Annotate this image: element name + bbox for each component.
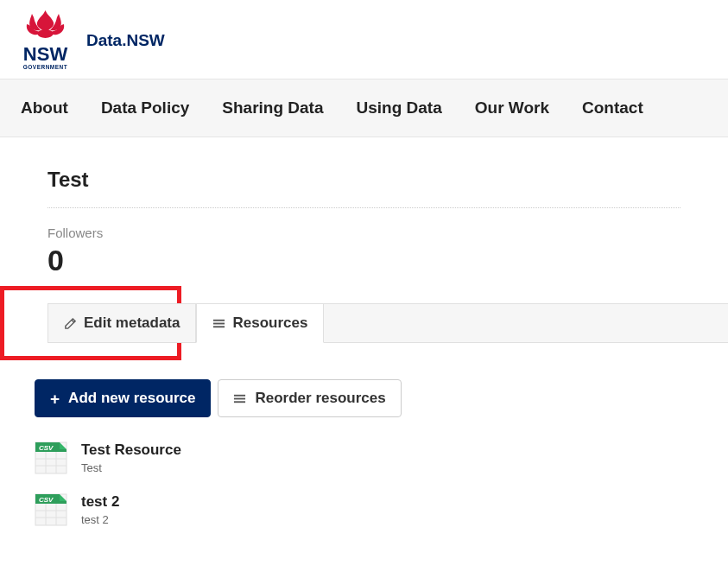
svg-rect-6 xyxy=(234,401,245,403)
resource-item[interactable]: CSV Test Resource Test xyxy=(35,441,681,474)
svg-text:CSV: CSV xyxy=(39,496,54,504)
nav-contact[interactable]: Contact xyxy=(566,79,660,137)
svg-point-0 xyxy=(38,29,54,38)
nav-using-data[interactable]: Using Data xyxy=(340,79,459,137)
csv-file-icon: CSV xyxy=(35,493,67,526)
followers-label: Followers xyxy=(47,225,681,240)
tabs-filler xyxy=(324,303,728,343)
site-header: NSW GOVERNMENT Data.NSW xyxy=(0,0,728,79)
primary-nav: About Data Policy Sharing Data Using Dat… xyxy=(0,79,728,137)
svg-rect-1 xyxy=(213,319,225,321)
tab-resources-label: Resources xyxy=(232,314,307,332)
site-title[interactable]: Data.NSW xyxy=(86,29,165,50)
tabs-container: Edit metadata Resources xyxy=(0,303,728,343)
list-icon xyxy=(212,317,225,330)
nav-about[interactable]: About xyxy=(4,79,85,137)
reorder-resources-label: Reorder resources xyxy=(255,390,385,407)
logo-government-text: GOVERNMENT xyxy=(22,64,69,70)
resource-description: test 2 xyxy=(81,513,119,526)
tab-resources[interactable]: Resources xyxy=(196,303,324,343)
nsw-gov-logo[interactable]: NSW GOVERNMENT xyxy=(22,9,69,70)
nav-our-work[interactable]: Our Work xyxy=(459,79,566,137)
reorder-icon xyxy=(233,392,246,405)
reorder-resources-button[interactable]: Reorder resources xyxy=(218,379,401,417)
edit-icon xyxy=(64,317,77,330)
resource-item[interactable]: CSV test 2 test 2 xyxy=(35,493,681,526)
add-new-resource-label: Add new resource xyxy=(68,390,195,407)
plus-icon: + xyxy=(50,391,60,407)
resource-description: Test xyxy=(81,461,181,474)
nav-sharing-data[interactable]: Sharing Data xyxy=(206,79,339,137)
tab-edit-metadata[interactable]: Edit metadata xyxy=(47,303,196,343)
svg-rect-4 xyxy=(234,394,245,396)
resource-name: Test Resource xyxy=(81,441,181,459)
svg-rect-5 xyxy=(234,397,245,399)
add-new-resource-button[interactable]: + Add new resource xyxy=(35,379,211,417)
followers-count: 0 xyxy=(47,244,681,277)
nav-data-policy[interactable]: Data Policy xyxy=(85,79,206,137)
svg-text:CSV: CSV xyxy=(39,444,54,452)
resource-list: CSV Test Resource Test CSV xyxy=(35,441,681,526)
svg-rect-3 xyxy=(213,326,225,327)
dataset-title: Test xyxy=(47,168,681,208)
svg-rect-2 xyxy=(213,322,225,324)
main-content: Test Followers 0 Edit metadata xyxy=(0,137,728,562)
logo-nsw-text: NSW xyxy=(22,45,69,64)
resource-name: test 2 xyxy=(81,493,119,511)
tab-edit-metadata-label: Edit metadata xyxy=(84,314,180,332)
waratah-icon xyxy=(22,9,69,43)
resource-actions: + Add new resource Reorder resources xyxy=(35,379,681,417)
csv-file-icon: CSV xyxy=(35,441,67,474)
